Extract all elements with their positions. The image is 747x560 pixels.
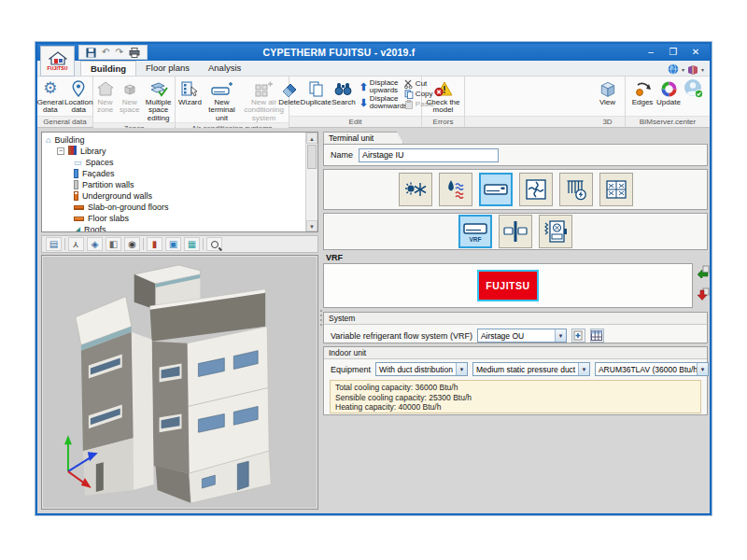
view-3d-button[interactable]: View <box>594 77 622 106</box>
doors-view-icon[interactable]: ▮ <box>147 237 162 251</box>
undo-icon: ↶ <box>102 47 109 58</box>
duplicate-button[interactable]: Duplicate <box>301 77 331 106</box>
vrf-wall-unit-button-selected[interactable]: VRF <box>458 215 492 248</box>
scroll-thumb[interactable] <box>307 145 317 169</box>
textures-icon[interactable]: ◧ <box>106 237 121 251</box>
import-library-button[interactable] <box>697 265 710 278</box>
building-icon: ⌂ <box>46 136 50 145</box>
roofs-icon: ◢ <box>74 226 80 232</box>
redo-icon: ↷ <box>115 47 122 58</box>
model-dropdown[interactable]: ARUM36TLAV (36000 Btu/h) ▼ <box>595 362 709 376</box>
panel-splitter[interactable] <box>319 310 322 330</box>
tree-item-spaces[interactable]: ▭ Spaces <box>46 157 305 168</box>
maximize-button[interactable]: ❒ <box>663 46 684 59</box>
check-the-model-button[interactable]: Check the model <box>425 77 462 115</box>
partition-walls-icon <box>74 180 78 189</box>
ribbon-group-zones: New zone New space Multiple space editin… <box>93 77 176 127</box>
save-icon[interactable] <box>86 48 96 58</box>
heating-cooling-unit-button[interactable] <box>399 173 432 206</box>
axes-icon[interactable]: Y <box>68 237 84 251</box>
tree-scrollbar[interactable]: ▲ ▼ <box>305 133 317 231</box>
export-library-button[interactable] <box>697 287 710 301</box>
tree-item-slab-on-ground-floors[interactable]: Slab-on-ground floors <box>46 202 305 213</box>
ducted-unit-button[interactable] <box>599 173 633 206</box>
tab-building[interactable]: Building <box>80 61 136 76</box>
edges-button[interactable]: Edges <box>630 77 655 106</box>
visibility-eye-icon[interactable]: ◉ <box>124 237 140 251</box>
update-icon <box>660 78 678 99</box>
bim-user-avatar[interactable] <box>683 77 705 99</box>
close-button[interactable]: ✕ <box>685 46 706 59</box>
tab-floor-plans[interactable]: Floor plans <box>136 61 199 76</box>
collapse-minus-icon[interactable]: − <box>57 147 64 155</box>
pressure-value: Medium static pressure duct <box>473 365 578 374</box>
wizard-button[interactable]: Wizard <box>177 77 204 106</box>
new-terminal-unit-button[interactable]: New terminal unit <box>204 77 240 122</box>
scroll-up-icon[interactable]: ▲ <box>306 133 317 144</box>
update-button[interactable]: Update <box>655 77 682 106</box>
furniture-view-icon[interactable]: ▦ <box>184 237 200 251</box>
app-logo-house-icon <box>49 51 67 65</box>
wall-ac-unit-icon <box>483 177 509 202</box>
dropdown-arrow-icon[interactable]: ▼ <box>578 363 589 375</box>
group-label-edit: Edit <box>289 116 421 127</box>
add-system-button[interactable] <box>571 329 585 343</box>
zoom-icon[interactable] <box>206 237 222 251</box>
tree-item-library[interactable]: − Library <box>46 146 305 157</box>
distribution-dropdown[interactable]: With duct distribution ▼ <box>375 362 468 376</box>
multiple-space-editing-button[interactable]: Multiple space editing <box>142 77 175 122</box>
group-label-general-data: General data <box>37 116 92 127</box>
minimize-button[interactable]: – <box>641 46 661 59</box>
scroll-down-icon[interactable]: ▼ <box>306 220 317 231</box>
vrf-system-value: Airstage OU <box>478 331 555 341</box>
tab-analysis[interactable]: Analysis <box>199 61 250 76</box>
help-dropdown-caret-icon[interactable]: ▾ <box>701 66 704 73</box>
dropdown-arrow-icon[interactable]: ▼ <box>555 329 566 342</box>
location-data-button[interactable]: Location data <box>64 77 92 115</box>
dropdown-arrow-icon[interactable]: ▼ <box>456 363 467 375</box>
wall-unit-button-selected[interactable] <box>479 173 513 206</box>
displace-downwards-button[interactable]: ⬇ Displace downwards <box>359 95 403 110</box>
tree-item-underground-walls[interactable]: Underground walls <box>46 190 305 202</box>
tree-item-roofs[interactable]: ◢ Roofs <box>46 224 305 231</box>
project-tree-panel: ⌂ Building − Library ▭ Spaces Façades <box>41 132 318 232</box>
displace-upwards-button[interactable]: ⬆ Displace upwards <box>359 79 403 94</box>
building-3d-model <box>42 256 317 509</box>
hydronic-unit-button[interactable] <box>439 173 472 206</box>
dropdown-arrow-icon[interactable]: ▼ <box>697 363 708 375</box>
tree-item-partition-walls[interactable]: Partition walls <box>46 179 305 190</box>
electric-radiator-button[interactable] <box>559 173 593 206</box>
vrf-system-field-label: Variable refrigerant flow system (VRF) <box>331 331 472 341</box>
terminal-unit-panel: Terminal unit Name <box>323 132 710 510</box>
fujitsu-brand-button[interactable]: FUJITSU <box>477 270 539 301</box>
model-3d-viewport[interactable] <box>41 255 318 510</box>
system-groupbox: System Variable refrigerant flow system … <box>323 312 708 343</box>
general-data-button[interactable]: ⚙ General data <box>37 77 63 115</box>
help-book-icon[interactable] <box>687 64 698 75</box>
unit-subtype-selector: VRF <box>323 213 708 250</box>
tree-item-floor-slabs[interactable]: Floor slabs <box>46 213 305 224</box>
tree-item-building[interactable]: ⌂ Building <box>46 134 305 146</box>
waterdrop-coil-icon <box>444 177 468 202</box>
tree-item-facades[interactable]: Façades <box>46 168 305 179</box>
search-button[interactable]: Search <box>331 77 355 106</box>
pressure-dropdown[interactable]: Medium static pressure duct ▼ <box>472 362 590 376</box>
outdoor-packaged-unit-button[interactable] <box>539 215 572 248</box>
library-books-icon <box>68 146 77 157</box>
language-dropdown-caret-icon[interactable]: ▾ <box>682 66 684 73</box>
group-label-3d: 3D <box>590 116 625 127</box>
shield-icon[interactable]: ◈ <box>87 237 103 251</box>
layers-icon[interactable]: ▤ <box>46 237 62 251</box>
name-groupbox: Name <box>323 144 708 166</box>
delete-button[interactable]: Delete <box>278 77 300 106</box>
language-globe-icon[interactable] <box>668 63 679 75</box>
print-icon[interactable] <box>129 48 140 58</box>
app-menu-button[interactable]: FUJITSU <box>40 46 75 77</box>
cassette-fan-unit-button[interactable] <box>519 173 553 206</box>
name-input[interactable] <box>359 148 499 162</box>
vrf-system-dropdown[interactable]: Airstage OU ▼ <box>477 329 567 343</box>
system-table-button[interactable] <box>590 329 604 343</box>
windows-view-icon[interactable]: ▣ <box>165 237 181 251</box>
wall-split-unit-button[interactable] <box>499 215 532 248</box>
ribbon-group-bimserver: Edges Update BIMserver.center <box>626 77 710 127</box>
